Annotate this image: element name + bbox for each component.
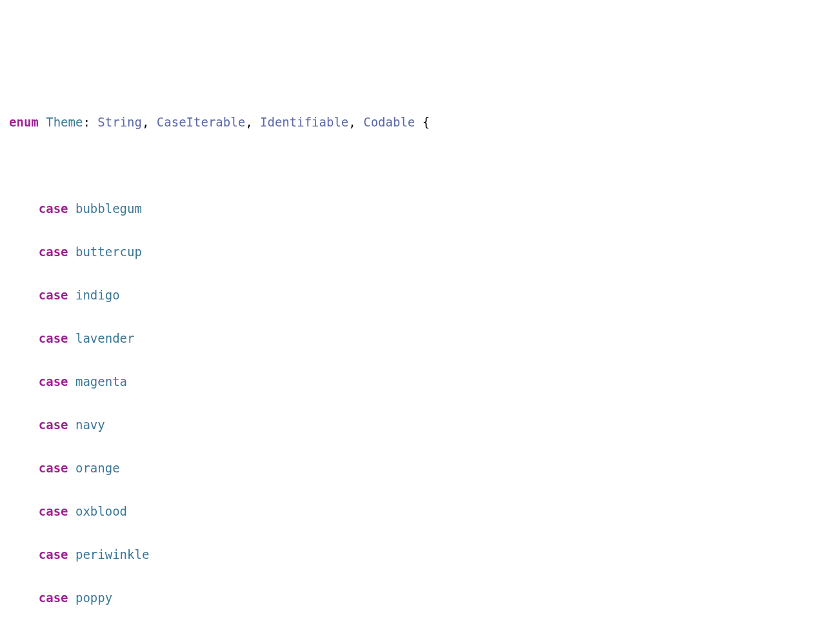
code-line: case navy [1, 414, 840, 436]
protocol: Identifiable [260, 115, 348, 129]
case-name: navy [75, 418, 105, 432]
code-line: case periwinkle [1, 544, 840, 566]
code-line: case buttercup [1, 241, 840, 263]
code-editor[interactable]: enum Theme: String, CaseIterable, Identi… [1, 90, 840, 617]
case-name: lavender [75, 331, 135, 345]
code-line: case magenta [1, 371, 840, 393]
protocol: CaseIterable [157, 115, 245, 129]
protocol: Codable [363, 115, 415, 129]
code-line: case poppy [1, 587, 840, 609]
blank-line [1, 155, 840, 177]
case-name: bubblegum [75, 201, 142, 216]
case-name: poppy [75, 591, 112, 605]
brace-open: { [423, 115, 430, 129]
code-line: case bubblegum [1, 198, 840, 220]
code-line: case lavender [1, 328, 840, 350]
colon: : [83, 115, 90, 129]
enum-name: Theme [46, 115, 83, 129]
case-name: magenta [75, 374, 127, 389]
code-line: case oxblood [1, 501, 840, 523]
case-name: periwinkle [75, 547, 149, 561]
case-name: oxblood [75, 504, 127, 518]
code-line: case orange [1, 458, 840, 480]
code-line: enum Theme: String, CaseIterable, Identi… [1, 112, 840, 134]
case-name: buttercup [75, 245, 142, 259]
case-name: indigo [75, 288, 120, 302]
code-line: case indigo [1, 285, 840, 307]
protocol: String [97, 115, 142, 129]
keyword-enum: enum [9, 115, 39, 129]
case-name: orange [75, 461, 120, 475]
